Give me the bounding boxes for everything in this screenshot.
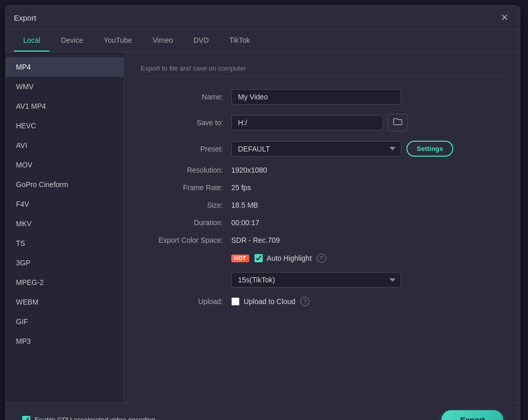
name-input[interactable] — [231, 89, 401, 105]
size-value: 18.5 MB — [231, 201, 258, 209]
frame-rate-row: Frame Rate: 25 fps — [141, 183, 503, 192]
color-space-value: SDR - Rec.709 — [231, 236, 280, 244]
upload-cloud-text: Upload to Cloud — [244, 297, 295, 306]
save-to-label: Save to: — [141, 119, 223, 127]
auto-highlight-text: Auto Highlight — [267, 254, 312, 262]
preset-inputs: DEFAULT Custom Settings — [231, 141, 453, 157]
upload-row: Upload: Upload to Cloud ? — [141, 297, 503, 306]
format-ts[interactable]: TS — [6, 233, 124, 253]
format-mp3[interactable]: MP3 — [6, 331, 124, 351]
frame-rate-label: Frame Rate: — [141, 183, 223, 192]
settings-button[interactable]: Settings — [406, 141, 453, 157]
format-gopro[interactable]: GoPro Cineform — [6, 175, 124, 194]
resolution-row: Resolution: 1920x1080 — [141, 166, 503, 174]
tab-vimeo[interactable]: Vimeo — [143, 30, 182, 52]
format-3gp[interactable]: 3GP — [6, 253, 124, 273]
format-mkv[interactable]: MKV — [6, 214, 124, 233]
folder-button[interactable] — [387, 114, 408, 131]
format-hevc[interactable]: HEVC — [6, 116, 124, 136]
main-content: Export to file and save on computer Name… — [124, 52, 520, 402]
resolution-label: Resolution: — [141, 166, 223, 174]
close-button[interactable]: ✕ — [498, 11, 512, 24]
format-gif[interactable]: GIF — [6, 312, 124, 331]
format-wmv[interactable]: WMV — [6, 77, 124, 96]
tiktok-duration-row: 15s(TikTok) 30s(TikTok) 60s(TikTok) — [141, 272, 503, 288]
upload-controls: Upload to Cloud ? — [231, 297, 310, 306]
auto-highlight-label[interactable]: Auto Highlight — [254, 254, 312, 262]
color-space-label: Export Color Space: — [141, 236, 223, 244]
resolution-value: 1920x1080 — [231, 166, 267, 174]
tab-tiktok[interactable]: TikTok — [220, 30, 259, 52]
preset-label: Preset: — [141, 145, 223, 153]
tab-youtube[interactable]: YouTube — [94, 30, 141, 52]
format-webm[interactable]: WEBM — [6, 292, 124, 312]
gpu-label[interactable]: Enable GPU accelerated video encoding — [22, 416, 155, 421]
dialog-footer: Enable GPU accelerated video encoding Ex… — [6, 402, 520, 420]
upload-cloud-checkbox[interactable] — [231, 297, 240, 306]
size-label: Size: — [141, 201, 223, 209]
name-label: Name: — [141, 93, 223, 101]
hot-badge: HOT — [231, 255, 249, 262]
format-list: MP4 WMV AV1 MP4 HEVC AVI MOV GoPro Cinef… — [6, 52, 124, 402]
auto-highlight-row: HOT Auto Highlight ? — [141, 254, 503, 263]
save-to-input[interactable] — [231, 115, 383, 130]
frame-rate-value: 25 fps — [231, 183, 251, 192]
upload-cloud-info-icon[interactable]: ? — [300, 297, 310, 306]
tab-local[interactable]: Local — [14, 30, 49, 52]
auto-highlight-checkbox[interactable] — [254, 254, 263, 262]
save-to-row: Save to: — [141, 114, 503, 131]
format-av1mp4[interactable]: AV1 MP4 — [6, 96, 124, 116]
format-mov[interactable]: MOV — [6, 155, 124, 175]
size-row: Size: 18.5 MB — [141, 201, 503, 209]
preset-select[interactable]: DEFAULT Custom — [231, 141, 401, 157]
duration-label: Duration: — [141, 219, 223, 227]
upload-cloud-label[interactable]: Upload to Cloud — [231, 297, 295, 306]
tiktok-duration-select[interactable]: 15s(TikTok) 30s(TikTok) 60s(TikTok) — [231, 272, 401, 288]
format-avi[interactable]: AVI — [6, 136, 124, 155]
gpu-label-text: Enable GPU accelerated video encoding — [35, 416, 155, 420]
gpu-checkbox[interactable] — [22, 416, 30, 421]
preset-row: Preset: DEFAULT Custom Settings — [141, 141, 503, 157]
auto-highlight-controls: HOT Auto Highlight ? — [231, 254, 326, 263]
duration-value: 00:00:17 — [231, 219, 260, 227]
color-space-row: Export Color Space: SDR - Rec.709 — [141, 236, 503, 244]
tabs-bar: Local Device YouTube Vimeo DVD TikTok — [6, 30, 520, 52]
dialog-title: Export — [14, 13, 36, 22]
section-title: Export to file and save on computer — [141, 64, 503, 77]
export-button[interactable]: Export — [441, 410, 503, 420]
format-f4v[interactable]: F4V — [6, 194, 124, 214]
upload-label: Upload: — [141, 297, 223, 306]
tab-device[interactable]: Device — [52, 30, 92, 52]
export-dialog: Export ✕ Local Device YouTube Vimeo DVD … — [5, 5, 520, 420]
tab-dvd[interactable]: DVD — [184, 30, 218, 52]
auto-highlight-info-icon[interactable]: ? — [317, 254, 326, 263]
duration-row: Duration: 00:00:17 — [141, 219, 503, 227]
format-mpeg2[interactable]: MPEG-2 — [6, 273, 124, 292]
dialog-body: MP4 WMV AV1 MP4 HEVC AVI MOV GoPro Cinef… — [6, 52, 520, 402]
dialog-titlebar: Export ✕ — [6, 6, 520, 30]
save-to-inputs — [231, 114, 408, 131]
name-row: Name: — [141, 89, 503, 105]
format-mp4[interactable]: MP4 — [6, 57, 124, 77]
